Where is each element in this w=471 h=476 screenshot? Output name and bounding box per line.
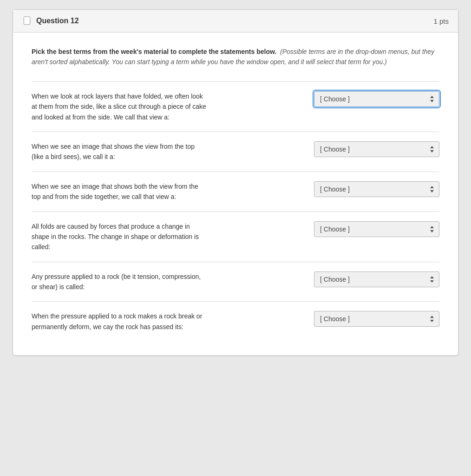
statement-row-4: All folds are caused by forces that prod… <box>32 212 439 262</box>
question-header: Question 12 1 pts <box>13 10 458 33</box>
dropdown-wrapper-6: [ Choose ] <box>314 311 439 327</box>
question-body: Pick the best terms from the week's mate… <box>13 33 458 355</box>
choose-select-1[interactable]: [ Choose ] <box>314 91 439 107</box>
statement-text-6: When the pressure applied to a rock make… <box>32 311 208 332</box>
choose-select-2[interactable]: [ Choose ] <box>314 141 439 157</box>
choose-select-6[interactable]: [ Choose ] <box>314 311 439 327</box>
dropdown-wrapper-1: [ Choose ] <box>314 91 439 107</box>
dropdown-wrapper-3: [ Choose ] <box>314 181 439 197</box>
dropdown-wrapper-5: [ Choose ] <box>314 271 439 287</box>
statement-row-5: Any pressure applied to a rock (be it te… <box>32 262 439 302</box>
instructions-bold: Pick the best terms from the week's mate… <box>32 48 276 55</box>
choose-select-5[interactable]: [ Choose ] <box>314 271 439 287</box>
svg-rect-0 <box>24 17 30 25</box>
statement-row-2: When we see an image that shows the view… <box>32 132 439 172</box>
statement-text-4: All folds are caused by forces that prod… <box>32 221 208 252</box>
question-card: Question 12 1 pts Pick the best terms fr… <box>13 9 458 356</box>
instructions-text: Pick the best terms from the week's mate… <box>32 46 439 67</box>
statement-row-6: When the pressure applied to a rock make… <box>32 302 439 341</box>
statement-text-1: When we look at rock layers that have fo… <box>32 91 208 122</box>
statement-row-3: When we see an image that shows both the… <box>32 172 439 212</box>
statement-text-2: When we see an image that shows the view… <box>32 141 208 162</box>
statement-row-1: When we look at rock layers that have fo… <box>32 82 439 132</box>
dropdown-wrapper-4: [ Choose ] <box>314 221 439 237</box>
choose-select-3[interactable]: [ Choose ] <box>314 181 439 197</box>
statement-text-5: Any pressure applied to a rock (be it te… <box>32 271 208 292</box>
choose-select-4[interactable]: [ Choose ] <box>314 221 439 237</box>
question-header-left: Question 12 <box>22 16 79 26</box>
statement-text-3: When we see an image that shows both the… <box>32 181 208 202</box>
dropdown-wrapper-2: [ Choose ] <box>314 141 439 157</box>
bookmark-icon <box>22 16 32 26</box>
question-title: Question 12 <box>36 17 79 25</box>
question-points: 1 pts <box>433 17 449 25</box>
